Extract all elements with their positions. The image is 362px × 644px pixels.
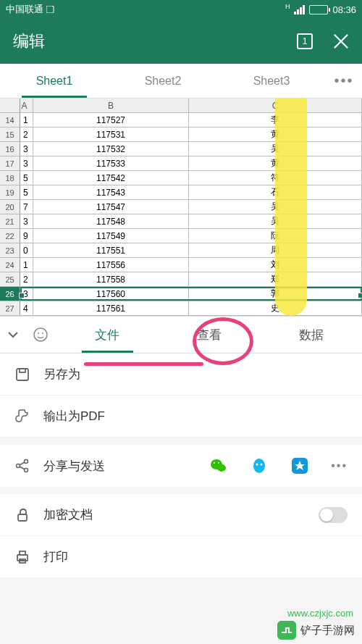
cell[interactable]: 117543 [33, 185, 189, 199]
table-row[interactable]: 141117527李 [0, 113, 362, 127]
spreadsheet[interactable]: A B C 141117527李152117531黄163117532吴1731… [0, 99, 362, 316]
cell[interactable]: 117561 [33, 301, 189, 315]
table-row[interactable]: 152117531黄 [0, 127, 362, 142]
row-number[interactable]: 17 [0, 156, 20, 170]
cell[interactable]: 史 [189, 301, 362, 315]
cell[interactable]: 7 [20, 200, 33, 214]
cell[interactable]: 3 [20, 142, 33, 156]
cell[interactable]: 郭 [189, 287, 362, 301]
row-number[interactable]: 18 [0, 171, 20, 185]
share-more-button[interactable]: ••• [331, 459, 348, 472]
table-row[interactable]: 241117556刘 [0, 258, 362, 272]
table-row[interactable]: 207117547吴 [0, 200, 362, 214]
row-number[interactable]: 25 [0, 272, 20, 286]
column-header-b[interactable]: B [33, 99, 189, 112]
cell[interactable]: 9 [20, 229, 33, 243]
cell[interactable]: 117556 [33, 258, 189, 272]
sheet-tab-3[interactable]: Sheet3 [217, 64, 326, 98]
row-number[interactable]: 15 [0, 127, 20, 141]
column-header-c[interactable]: C [189, 99, 362, 112]
window-count-button[interactable]: 1 [297, 33, 313, 49]
cell[interactable]: 117531 [33, 127, 189, 141]
cell[interactable]: 郑 [189, 272, 362, 286]
cell[interactable]: 3 [20, 214, 33, 228]
cell[interactable]: 2 [20, 127, 33, 141]
table-row[interactable]: 274117561史 [0, 301, 362, 316]
table-row[interactable]: 185117542符 [0, 171, 362, 185]
row-number[interactable]: 19 [0, 185, 20, 199]
table-row[interactable]: 230117551周 [0, 243, 362, 258]
tab-data[interactable]: 数据 [260, 317, 362, 353]
row-number[interactable]: 21 [0, 214, 20, 228]
tab-view[interactable]: 查看 [159, 317, 261, 353]
cell[interactable]: 李 [189, 113, 362, 127]
menu-encrypt[interactable]: 加密文档 [0, 494, 362, 536]
cell[interactable]: 4 [20, 301, 33, 315]
close-button[interactable] [333, 33, 349, 49]
menu-save-as[interactable]: 另存为 [0, 354, 362, 396]
cell[interactable]: 黄 [189, 156, 362, 170]
table-row[interactable]: 195117543石 [0, 185, 362, 200]
row-number[interactable]: 14 [0, 113, 20, 127]
assistant-icon[interactable] [32, 326, 49, 343]
table-row[interactable]: 163117532吴 [0, 142, 362, 156]
watermark-text: 铲子手游网 [300, 624, 355, 637]
cell[interactable]: 117551 [33, 243, 189, 257]
menu-print[interactable]: 打印 [0, 536, 362, 578]
column-header-a[interactable]: A [20, 99, 33, 112]
sheet-tab-2[interactable]: Sheet2 [109, 64, 217, 98]
qq-icon[interactable] [250, 456, 269, 475]
cell[interactable]: 117533 [33, 156, 189, 170]
cell[interactable]: 吴 [189, 142, 362, 156]
cell[interactable]: 1 [20, 113, 33, 127]
cell[interactable]: 117527 [33, 113, 189, 127]
menu-share[interactable]: 分享与发送 ••• [0, 445, 362, 487]
cell[interactable]: 1 [20, 258, 33, 272]
cell[interactable]: 5 [20, 171, 33, 185]
cell[interactable]: 3 [20, 287, 33, 301]
row-number[interactable]: 27 [0, 301, 20, 315]
table-row[interactable]: 229117549阮 [0, 229, 362, 243]
row-number[interactable]: 23 [0, 243, 20, 257]
svg-point-12 [217, 464, 226, 472]
cell[interactable]: 黄 [189, 127, 362, 141]
sheet-tabs-more-button[interactable]: ••• [326, 72, 362, 89]
menu-export-pdf[interactable]: 输出为PDF [0, 396, 362, 438]
row-number[interactable]: 24 [0, 258, 20, 272]
cell[interactable]: 117560 [33, 287, 189, 301]
svg-point-16 [256, 464, 258, 466]
table-row[interactable]: 263117560郭 [0, 287, 362, 301]
encrypt-toggle[interactable] [319, 507, 348, 523]
tab-file[interactable]: 文件 [56, 317, 159, 353]
cell[interactable]: 阮 [189, 229, 362, 243]
cell[interactable]: 0 [20, 243, 33, 257]
sheet-tab-1[interactable]: Sheet1 [0, 64, 109, 98]
wechat-icon[interactable] [209, 456, 228, 475]
cell[interactable]: 117548 [33, 214, 189, 228]
corner-cell[interactable] [0, 99, 20, 112]
row-number[interactable]: 16 [0, 142, 20, 156]
cell[interactable]: 符 [189, 171, 362, 185]
cell[interactable]: 吴 [189, 200, 362, 214]
cell[interactable]: 117547 [33, 200, 189, 214]
cell[interactable]: 117558 [33, 272, 189, 286]
table-row[interactable]: 252117558郑 [0, 272, 362, 287]
row-number[interactable]: 20 [0, 200, 20, 214]
row-number[interactable]: 26 [0, 287, 20, 301]
cell[interactable]: 3 [20, 156, 33, 170]
cell[interactable]: 石 [189, 185, 362, 199]
table-row[interactable]: 213117548吴 [0, 214, 362, 229]
cell[interactable]: 5 [20, 185, 33, 199]
row-number[interactable]: 22 [0, 229, 20, 243]
cell[interactable]: 117542 [33, 171, 189, 185]
cell[interactable]: 刘 [189, 258, 362, 272]
cell[interactable]: 周 [189, 243, 362, 257]
cell[interactable]: 117549 [33, 229, 189, 243]
cell[interactable]: 吴 [189, 214, 362, 228]
svg-point-1 [34, 328, 47, 341]
cell[interactable]: 2 [20, 272, 33, 286]
star-app-icon[interactable] [290, 456, 309, 475]
cell[interactable]: 117532 [33, 142, 189, 156]
collapse-button[interactable] [7, 329, 19, 340]
table-row[interactable]: 173117533黄 [0, 156, 362, 171]
